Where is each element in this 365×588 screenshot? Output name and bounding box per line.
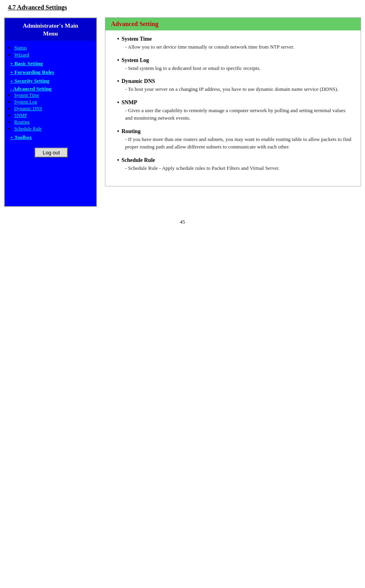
bullet-icon: • (117, 78, 119, 85)
bullet-icon: • (117, 100, 119, 106)
sidebar-item-wizard[interactable]: Wizard (14, 52, 29, 58)
item-description: - Schedule Rule - Apply schedule rules t… (125, 164, 353, 172)
page-header: 4.7 Advanced Settings (0, 0, 365, 13)
item-title: • SNMP (117, 100, 353, 106)
bullet-icon: • (117, 128, 119, 135)
list-item: Routing (14, 119, 92, 125)
logout-button[interactable]: Log out (35, 148, 67, 158)
item-system-time: • System Time - Allow you to set device … (117, 36, 353, 51)
sidebar-item-forwarding-rules[interactable]: + Forwarding Rules (10, 69, 54, 75)
sidebar-item-system-log[interactable]: System Log (14, 99, 37, 105)
item-title: • Dynamic DNS (117, 78, 353, 85)
item-title: • System Time (117, 36, 353, 42)
page-footer: 45 (0, 219, 365, 225)
sidebar-item-security-setting[interactable]: + Security Setting (10, 78, 49, 84)
bullet-icon: • (117, 36, 119, 42)
item-list: • System Time - Allow you to set device … (105, 36, 361, 172)
item-schedule-rule: • Schedule Rule - Schedule Rule - Apply … (117, 157, 353, 172)
main-content: Advanced Setting • System Time - Allow y… (105, 17, 361, 207)
content-box: Advanced Setting • System Time - Allow y… (105, 17, 361, 186)
list-item: Wizard (14, 52, 92, 58)
sidebar-section-basic: + Basic Setting (10, 60, 92, 67)
sidebar-item-toolbox[interactable]: + Toolbox (10, 134, 32, 140)
sidebar-advanced-sublinks: System Time System Log Dynamic DNS SNMP … (14, 92, 92, 132)
item-title: • Routing (117, 128, 353, 135)
bullet-icon: • (117, 57, 119, 64)
sidebar-section-toolbox: + Toolbox (10, 134, 92, 141)
item-description: - If you have more than one routers and … (125, 135, 353, 151)
item-description: - Send system log to a dedicated host or… (125, 64, 353, 72)
sidebar-item-routing[interactable]: Routing (14, 119, 30, 125)
list-item: System Time (14, 92, 92, 98)
list-item: Dynamic DNS (14, 105, 92, 112)
item-title: • Schedule Rule (117, 157, 353, 163)
sidebar-item-basic-setting[interactable]: + Basic Setting (10, 60, 43, 66)
sidebar-title: Administrator's Main Menu (5, 18, 96, 41)
page-title: 4.7 Advanced Settings (8, 4, 67, 11)
sidebar-item-schedule-rule[interactable]: Schedule Rule (14, 126, 42, 132)
item-routing: • Routing - If you have more than one ro… (117, 128, 353, 151)
list-item: SNMP (14, 112, 92, 118)
sidebar-nav: Status Wizard + Basic Setting + Forwardi… (5, 41, 96, 158)
item-system-log: • System Log - Send system log to a dedi… (117, 57, 353, 72)
sidebar-item-dynamic-dns[interactable]: Dynamic DNS (14, 106, 42, 111)
item-snmp: • SNMP - Gives a user the capability to … (117, 100, 353, 122)
sidebar-top-links: Status Wizard (14, 45, 92, 58)
bullet-icon: • (117, 157, 119, 163)
list-item: Schedule Rule (14, 126, 92, 132)
list-item: Status (14, 45, 92, 51)
sidebar-item-snmp[interactable]: SNMP (14, 113, 27, 118)
sidebar-item-system-time[interactable]: System Time (14, 92, 39, 98)
content-header: Advanced Setting (105, 18, 361, 30)
list-item: System Log (14, 99, 92, 105)
content-wrapper: Administrator's Main Menu Status Wizard … (0, 13, 365, 207)
sidebar-section-forwarding: + Forwarding Rules (10, 69, 92, 75)
sidebar-section-security: + Security Setting (10, 78, 92, 84)
item-title: • System Log (117, 57, 353, 64)
sidebar-item-advanced-setting[interactable]: - Advanced Setting (10, 86, 52, 92)
content-header-title: Advanced Setting (111, 21, 158, 27)
sidebar-section-advanced: - Advanced Setting System Time System Lo… (10, 86, 92, 132)
sidebar: Administrator's Main Menu Status Wizard … (4, 17, 97, 207)
page-number: 45 (180, 219, 185, 225)
logout-area: Log out (10, 148, 92, 158)
item-description: - Gives a user the capability to remotel… (125, 107, 353, 122)
item-dynamic-dns: • Dynamic DNS - To host your server on a… (117, 78, 353, 93)
sidebar-item-status[interactable]: Status (14, 45, 27, 51)
item-description: - To host your server on a changing IP a… (125, 85, 353, 93)
item-description: - Allow you to set device time manually … (125, 43, 353, 51)
